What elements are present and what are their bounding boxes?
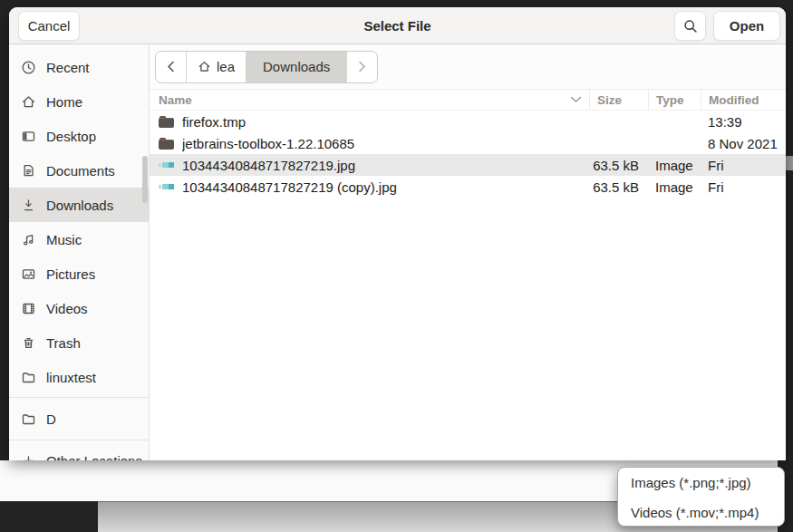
back-button[interactable]: [156, 52, 186, 82]
column-header-size[interactable]: Size: [589, 90, 648, 110]
file-row-firefox-tmp[interactable]: firefox.tmp 13:39: [150, 111, 786, 132]
pathbar-row: lea Downloads: [150, 44, 786, 90]
home-icon: [198, 60, 211, 73]
file-type: Image: [648, 179, 701, 195]
dialog-title: Select File: [9, 7, 786, 44]
image-thumbnail-icon: [159, 184, 174, 190]
chevron-right-icon: [358, 61, 366, 73]
dialog-body: Recent Home Desktop Documents Downloads: [9, 44, 786, 460]
sidebar-item-label: Pictures: [46, 266, 95, 282]
file-chooser-dialog: Select File Cancel Open Recent: [9, 7, 786, 460]
sidebar-item-label: Videos: [46, 301, 88, 316]
places-sidebar: Recent Home Desktop Documents Downloads: [9, 44, 150, 460]
home-icon: [21, 94, 36, 110]
list-header: Name Size Type Modified: [150, 90, 786, 111]
download-icon: [21, 198, 36, 213]
picture-icon: [21, 266, 36, 282]
column-header-name[interactable]: Name: [150, 93, 589, 107]
folder-icon: [159, 138, 174, 150]
sidebar-item-trash[interactable]: Trash: [9, 325, 149, 360]
cancel-button[interactable]: Cancel: [18, 11, 80, 41]
column-header-modified[interactable]: Modified: [701, 90, 786, 110]
pathbar-current-segment[interactable]: Downloads: [246, 52, 346, 82]
sidebar-item-home[interactable]: Home: [9, 84, 149, 119]
sidebar-item-label: Desktop: [46, 129, 96, 144]
sidebar-scrollbar-thumb[interactable]: [142, 156, 148, 203]
chevron-left-icon: [167, 61, 175, 73]
open-button[interactable]: Open: [713, 11, 780, 41]
forward-button[interactable]: [346, 52, 377, 82]
sidebar-item-label: Recent: [46, 60, 90, 75]
file-modified: Fri: [701, 179, 786, 195]
file-size: 63.5 kB: [589, 158, 648, 173]
file-row-jpg-copy[interactable]: 10344340848717827219 (copy).jpg 63.5 kB …: [150, 176, 786, 198]
sidebar-item-other-locations[interactable]: Other Locations: [9, 443, 149, 460]
sidebar-item-downloads[interactable]: Downloads: [9, 188, 149, 222]
sidebar-separator: [9, 440, 149, 440]
file-name: 10344340848717827219 (copy).jpg: [182, 179, 397, 195]
pathbar-home-segment[interactable]: lea: [186, 52, 246, 82]
sort-chevron-down-icon[interactable]: [570, 96, 582, 103]
sidebar-item-label: Music: [46, 232, 82, 247]
file-row-jetbrains-toolbox[interactable]: jetbrains-toolbox-1.22.10685 8 Nov 2021: [150, 132, 786, 154]
file-name: firefox.tmp: [182, 114, 246, 130]
sidebar-separator: [9, 397, 149, 398]
file-modified: Fri: [701, 158, 786, 173]
file-row-jpg-selected[interactable]: 10344340848717827219.jpg 63.5 kB Image F…: [150, 154, 786, 176]
sidebar-item-pictures[interactable]: Pictures: [9, 256, 149, 291]
sidebar-item-music[interactable]: Music: [9, 222, 149, 256]
document-icon: [21, 163, 36, 179]
pathbar: lea Downloads: [155, 51, 378, 83]
sidebar-item-d[interactable]: D: [9, 401, 149, 436]
file-list: firefox.tmp 13:39 jetbrains-toolbox-1.22…: [150, 111, 786, 198]
pathbar-home-label: lea: [217, 59, 235, 74]
screen: Select File Cancel Open Recent: [0, 0, 793, 532]
plus-icon: [21, 453, 36, 461]
desktop-icon: [21, 129, 36, 144]
clock-icon: [21, 60, 36, 75]
filter-option-videos[interactable]: Videos (*.mov;*.mp4): [618, 498, 784, 527]
trash-icon: [21, 335, 36, 351]
folder-icon: [159, 116, 174, 128]
background-scrollbar-tab[interactable]: [785, 156, 793, 170]
headerbar: Select File Cancel Open: [9, 7, 786, 44]
image-thumbnail-icon: [159, 162, 174, 169]
folder-icon: [21, 370, 36, 385]
search-button[interactable]: [674, 11, 706, 41]
sidebar-item-documents[interactable]: Documents: [9, 153, 149, 188]
file-type: Image: [648, 158, 701, 173]
folder-icon: [21, 411, 36, 427]
sidebar-item-desktop[interactable]: Desktop: [9, 119, 149, 153]
sidebar-item-videos[interactable]: Videos: [9, 291, 149, 325]
file-name: jetbrains-toolbox-1.22.10685: [182, 136, 354, 151]
search-icon: [683, 19, 698, 34]
file-size: 63.5 kB: [589, 179, 648, 195]
film-icon: [21, 301, 36, 316]
sidebar-item-recent[interactable]: Recent: [9, 50, 149, 84]
sidebar-item-label: Downloads: [46, 198, 113, 213]
file-modified: 13:39: [701, 114, 786, 130]
sidebar-item-label: Documents: [46, 163, 115, 179]
filter-option-images[interactable]: Images (*.png;*.jpg): [618, 468, 784, 498]
file-name: 10344340848717827219.jpg: [182, 158, 355, 173]
music-note-icon: [21, 232, 36, 247]
sidebar-item-label: Home: [46, 94, 82, 110]
file-type-filter-popup: Images (*.png;*.jpg) Videos (*.mov;*.mp4…: [617, 467, 785, 527]
headerbar-actions: Open: [674, 11, 780, 41]
sidebar-item-label: linuxtest: [46, 370, 96, 385]
file-browser: lea Downloads Name Size Type: [150, 44, 786, 460]
sidebar-item-label: D: [46, 411, 56, 427]
sidebar-item-label: Other Locations: [46, 453, 142, 461]
sidebar-item-label: Trash: [46, 335, 81, 351]
sidebar-item-linuxtest[interactable]: linuxtest: [9, 360, 149, 394]
column-header-type[interactable]: Type: [648, 90, 701, 110]
file-modified: 8 Nov 2021: [701, 136, 786, 151]
